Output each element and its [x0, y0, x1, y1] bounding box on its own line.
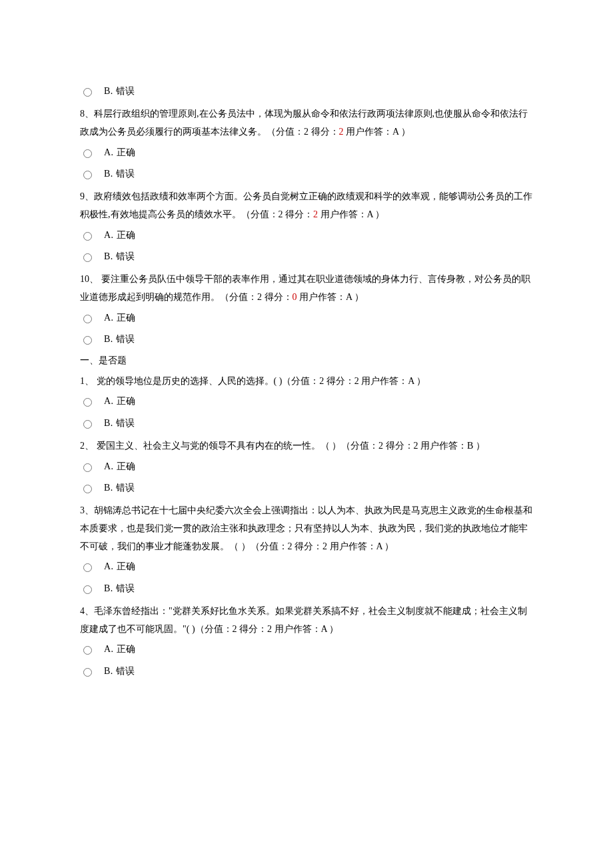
radio-icon[interactable]: [83, 668, 92, 677]
option-label: B. 错误: [104, 167, 135, 181]
section-title: 一、是否题: [80, 353, 533, 368]
option-b[interactable]: B. 错误: [80, 84, 533, 99]
option-label: B. 错误: [104, 664, 135, 679]
option-label: A. 正确: [104, 228, 136, 243]
radio-icon[interactable]: [83, 398, 92, 407]
question-block: 2、 爱国主义、社会主义与党的领导不具有内在的统一性。（ ）（分值：2 得分：2…: [80, 437, 533, 495]
document-page: B. 错误 8、科层行政组织的管理原则,在公务员法中，体现为服从命令和依法行政两…: [0, 0, 613, 739]
radio-icon[interactable]: [83, 420, 92, 429]
question-block: 10、 要注重公务员队伍中领导干部的表率作用，通过其在职业道德领域的身体力行、言…: [80, 271, 533, 347]
question-text: 8、科层行政组织的管理原则,在公务员法中，体现为服从命令和依法行政两项法律原则,…: [80, 105, 533, 141]
score-value: 0: [293, 292, 297, 302]
option-b[interactable]: B. 错误: [80, 416, 533, 431]
radio-icon[interactable]: [83, 336, 92, 345]
question-block: 1、 党的领导地位是历史的选择、人民的选择。( )（分值：2 得分：2 用户作答…: [80, 373, 533, 431]
option-a[interactable]: A. 正确: [80, 394, 533, 409]
radio-icon[interactable]: [83, 149, 92, 158]
question-block: 3、胡锦涛总书记在十七届中央纪委六次全会上强调指出：以人为本、执政为民是马克思主…: [80, 502, 533, 596]
question-text: 9、政府绩效包括政绩和效率两个方面。公务员自觉树立正确的政绩观和科学的效率观，能…: [80, 188, 533, 223]
option-b[interactable]: B. 错误: [80, 664, 533, 679]
question-text: 2、 爱国主义、社会主义与党的领导不具有内在的统一性。（ ）（分值：2 得分：2…: [80, 437, 533, 455]
option-a[interactable]: A. 正确: [80, 311, 533, 325]
score-value: 2: [313, 209, 318, 219]
option-a[interactable]: A. 正确: [80, 642, 533, 657]
option-b[interactable]: B. 错误: [80, 167, 533, 181]
option-label: B. 错误: [104, 581, 135, 596]
option-label: A. 正确: [104, 311, 136, 325]
option-a[interactable]: A. 正确: [80, 459, 533, 474]
radio-icon[interactable]: [83, 171, 92, 179]
radio-icon[interactable]: [83, 315, 92, 323]
option-label: A. 正确: [104, 145, 136, 160]
option-label: A. 正确: [104, 559, 136, 574]
option-b[interactable]: B. 错误: [80, 249, 533, 264]
question-block: 9、政府绩效包括政绩和效率两个方面。公务员自觉树立正确的政绩观和科学的效率观，能…: [80, 188, 533, 264]
option-a[interactable]: A. 正确: [80, 145, 533, 160]
option-label: B. 错误: [104, 481, 135, 495]
option-label: B. 错误: [104, 249, 135, 264]
option-a[interactable]: A. 正确: [80, 228, 533, 243]
question-block: B. 错误: [80, 84, 533, 99]
option-label: A. 正确: [104, 394, 136, 409]
option-a[interactable]: A. 正确: [80, 559, 533, 574]
option-label: A. 正确: [104, 459, 136, 474]
option-label: A. 正确: [104, 642, 136, 657]
score-value: 2: [339, 127, 344, 137]
question-text: 1、 党的领导地位是历史的选择、人民的选择。( )（分值：2 得分：2 用户作答…: [80, 373, 533, 391]
question-block: 8、科层行政组织的管理原则,在公务员法中，体现为服从命令和依法行政两项法律原则,…: [80, 105, 533, 181]
option-b[interactable]: B. 错误: [80, 481, 533, 495]
radio-icon[interactable]: [83, 88, 92, 97]
radio-icon[interactable]: [83, 585, 92, 594]
question-text: 4、毛泽东曾经指出："党群关系好比鱼水关系。如果党群关系搞不好，社会主义制度就不…: [80, 603, 533, 638]
radio-icon[interactable]: [83, 563, 92, 572]
radio-icon[interactable]: [83, 232, 92, 241]
radio-icon[interactable]: [83, 463, 92, 472]
option-label: B. 错误: [104, 332, 135, 347]
radio-icon[interactable]: [83, 253, 92, 262]
radio-icon[interactable]: [83, 646, 92, 655]
question-text: 3、胡锦涛总书记在十七届中央纪委六次全会上强调指出：以人为本、执政为民是马克思主…: [80, 502, 533, 555]
question-text: 10、 要注重公务员队伍中领导干部的表率作用，通过其在职业道德领域的身体力行、言…: [80, 271, 533, 306]
radio-icon[interactable]: [83, 485, 92, 493]
question-block: 4、毛泽东曾经指出："党群关系好比鱼水关系。如果党群关系搞不好，社会主义制度就不…: [80, 603, 533, 679]
option-label: B. 错误: [104, 84, 135, 99]
option-b[interactable]: B. 错误: [80, 581, 533, 596]
option-b[interactable]: B. 错误: [80, 332, 533, 347]
option-label: B. 错误: [104, 416, 135, 431]
